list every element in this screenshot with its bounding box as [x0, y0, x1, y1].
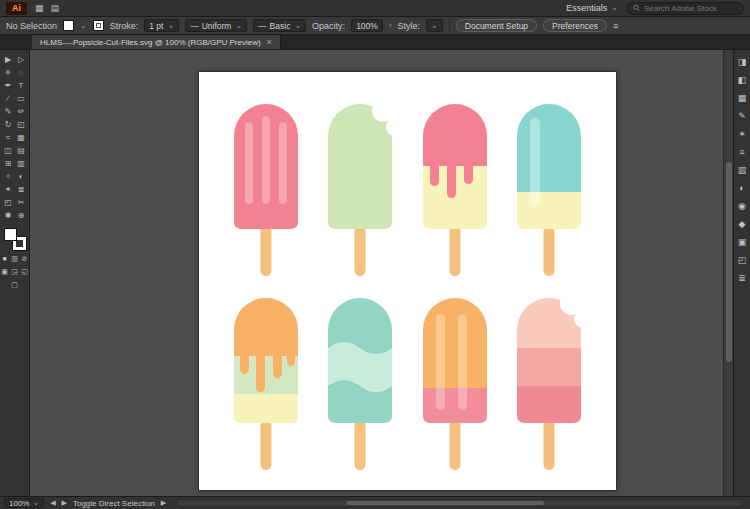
document-tab[interactable]: HLMS----Popsicle-Cut-Files.svg @ 100% (R…: [32, 35, 281, 49]
stroke-swatch[interactable]: [93, 20, 104, 31]
draw-normal-button[interactable]: ▣: [1, 267, 9, 276]
color-mode-buttons: ■▥⊘: [1, 254, 29, 263]
popsicle-row-1: [199, 96, 616, 286]
panel-transparency-icon[interactable]: ◐: [736, 182, 749, 194]
popsicle-pink-striped[interactable]: [226, 96, 306, 286]
gradient-button[interactable]: ▥: [11, 254, 19, 263]
panel-symbols-icon[interactable]: ✶: [736, 128, 749, 140]
eyedropper-tool[interactable]: ✧: [2, 170, 15, 183]
arrange-documents-icon[interactable]: ▦: [35, 3, 44, 13]
lasso-tool[interactable]: ◌: [15, 66, 28, 79]
panel-stroke-icon[interactable]: ≡: [736, 146, 749, 158]
gradient-tool[interactable]: ▥: [15, 157, 28, 170]
stock-search[interactable]: [626, 2, 744, 15]
document-tab-bar: HLMS----Popsicle-Cut-Files.svg @ 100% (R…: [0, 35, 750, 50]
horizontal-scrollbar-thumb[interactable]: [346, 501, 543, 505]
popsicle-mint-wave[interactable]: [320, 290, 400, 480]
panel-brushes-icon[interactable]: ✎: [736, 110, 749, 122]
previous-artboard-icon[interactable]: ◀: [50, 499, 55, 507]
workspace-switcher[interactable]: Essentials ⌄: [566, 3, 618, 13]
paintbrush-tool[interactable]: ✎: [2, 105, 15, 118]
canvas[interactable]: [30, 50, 723, 496]
rotate-tool[interactable]: ↻: [2, 118, 15, 131]
artboard-tool[interactable]: ◰: [2, 196, 15, 209]
line-segment-tool[interactable]: ∕: [2, 92, 15, 105]
application-bar: Ai ▦▤ Essentials ⌄: [0, 0, 750, 17]
search-icon: [633, 4, 640, 12]
perspective-grid-tool[interactable]: ▤: [15, 144, 28, 157]
rectangle-tool[interactable]: ▭: [15, 92, 28, 105]
blend-tool[interactable]: ◐: [15, 170, 28, 183]
popsicle-teal-two-tone[interactable]: [509, 96, 589, 286]
style-select[interactable]: ⌄: [426, 19, 443, 32]
application-menu-icon[interactable]: ▤: [51, 3, 60, 13]
magic-wand-tool[interactable]: ✳: [2, 66, 15, 79]
vertical-scrollbar[interactable]: [723, 50, 733, 496]
variable-width-select[interactable]: — Uniform ⌄: [185, 19, 247, 32]
screen-mode-button[interactable]: ▢: [11, 280, 19, 289]
free-transform-tool[interactable]: ▦: [15, 131, 28, 144]
panel-artboards-icon[interactable]: ◰: [736, 254, 749, 266]
opacity-select[interactable]: 100%: [351, 19, 383, 32]
panel-libraries-icon[interactable]: ≣: [736, 272, 749, 284]
pen-tool[interactable]: ✒: [2, 79, 15, 92]
document-setup-button[interactable]: Document Setup: [456, 19, 537, 32]
panel-swatches-icon[interactable]: ▦: [736, 92, 749, 104]
workspace-label: Essentials: [566, 3, 607, 13]
horizontal-scrollbar[interactable]: [176, 499, 742, 507]
panel-color-guide-icon[interactable]: ◧: [736, 74, 749, 86]
column-graph-tool[interactable]: ≣: [15, 183, 28, 196]
opacity-label: Opacity:: [312, 21, 345, 31]
divider: [449, 20, 450, 32]
popsicle-pink-layered-bitten[interactable]: [509, 290, 589, 480]
chevron-down-icon: ⌄: [611, 4, 618, 12]
symbol-sprayer-tool[interactable]: ✶: [2, 183, 15, 196]
mesh-tool[interactable]: ⊞: [2, 157, 15, 170]
panel-layers-icon[interactable]: ▣: [736, 236, 749, 248]
fill-color-indicator[interactable]: [4, 228, 17, 241]
scale-tool[interactable]: ◱: [15, 118, 28, 131]
zoom-tool[interactable]: ⊕: [15, 209, 28, 222]
status-text: Toggle Direct Selection: [73, 499, 155, 508]
type-tool[interactable]: T: [15, 79, 28, 92]
fill-swatch[interactable]: [63, 20, 74, 31]
popsicle-orange-melting[interactable]: [226, 290, 306, 480]
fill-chevron-icon[interactable]: ⌄: [80, 22, 87, 30]
illustrator-logo: Ai: [6, 2, 27, 15]
close-icon[interactable]: ×: [267, 37, 272, 47]
slice-tool[interactable]: ✂: [15, 196, 28, 209]
direct-selection-tool[interactable]: ▷: [15, 53, 28, 66]
selection-tool[interactable]: ▶: [2, 53, 15, 66]
popsicle-pink-melting[interactable]: [415, 96, 495, 286]
shape-builder-tool[interactable]: ◫: [2, 144, 15, 157]
color-button[interactable]: ■: [1, 254, 9, 263]
zoom-select[interactable]: 100% ⌄: [4, 498, 44, 508]
preferences-button[interactable]: Preferences: [543, 19, 607, 32]
control-panel-menu-icon[interactable]: ≡: [613, 21, 618, 31]
draw-inside-button[interactable]: ◱: [21, 267, 29, 276]
stroke-weight-select[interactable]: 1 pt ⌄: [144, 19, 179, 32]
vertical-scrollbar-thumb[interactable]: [726, 162, 732, 363]
hand-tool[interactable]: ✱: [2, 209, 15, 222]
popsicle-orange-striped[interactable]: [415, 290, 495, 480]
status-arrow-icon[interactable]: ▶: [161, 499, 166, 507]
stroke-weight-value: 1 pt: [149, 21, 163, 31]
pencil-tool[interactable]: ✏: [15, 105, 28, 118]
width-tool[interactable]: ≈: [2, 131, 15, 144]
panel-icon-strip: ◨◧▦✎✶≡▥◐◉◆▣◰≣: [733, 50, 750, 496]
illustrator-window: Ai ▦▤ Essentials ⌄ No Selection ⌄ Stroke…: [0, 0, 750, 509]
appbar-icons: ▦▤: [35, 3, 59, 13]
search-input[interactable]: [644, 4, 737, 13]
draw-behind-button[interactable]: ◲: [11, 267, 19, 276]
brush-select[interactable]: — Basic ⌄: [253, 19, 306, 32]
opacity-more-icon[interactable]: ›: [389, 22, 392, 30]
panel-color-icon[interactable]: ◨: [736, 56, 749, 68]
none-button[interactable]: ⊘: [21, 254, 29, 263]
panel-graphic-styles-icon[interactable]: ◆: [736, 218, 749, 230]
artboard[interactable]: [199, 72, 616, 490]
next-artboard-icon[interactable]: ▶: [62, 499, 67, 507]
fill-stroke-indicator[interactable]: [4, 228, 26, 250]
popsicle-green-bitten[interactable]: [320, 96, 400, 286]
panel-appearance-icon[interactable]: ◉: [736, 200, 749, 212]
panel-gradient-icon[interactable]: ▥: [736, 164, 749, 176]
